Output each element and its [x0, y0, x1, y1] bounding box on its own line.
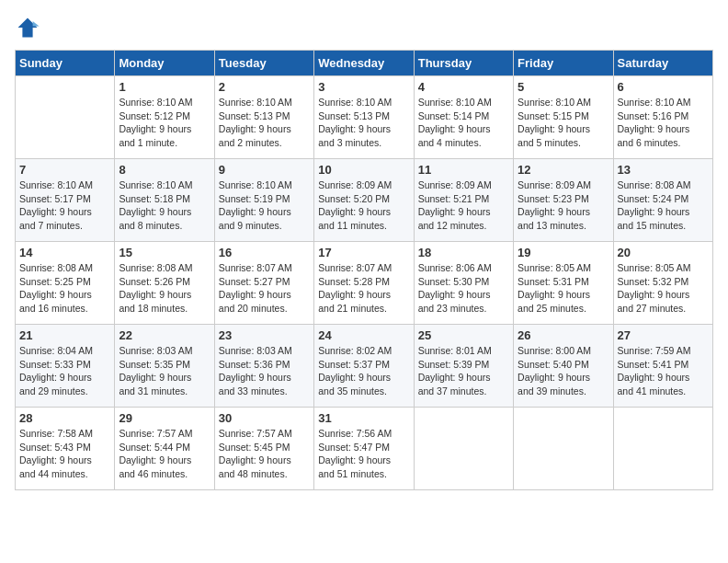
- calendar-table: SundayMondayTuesdayWednesdayThursdayFrid…: [15, 50, 713, 490]
- calendar-cell: 14Sunrise: 8:08 AM Sunset: 5:25 PM Dayli…: [16, 242, 115, 325]
- day-info: Sunrise: 7:57 AM Sunset: 5:44 PM Dayligh…: [119, 427, 210, 481]
- logo-icon: [15, 15, 40, 40]
- day-info: Sunrise: 8:00 AM Sunset: 5:40 PM Dayligh…: [518, 344, 609, 398]
- day-info: Sunrise: 8:03 AM Sunset: 5:35 PM Dayligh…: [119, 344, 210, 398]
- day-info: Sunrise: 8:08 AM Sunset: 5:26 PM Dayligh…: [119, 261, 210, 316]
- calendar-cell: 1Sunrise: 8:10 AM Sunset: 5:12 PM Daylig…: [115, 76, 214, 159]
- day-info: Sunrise: 8:07 AM Sunset: 5:27 PM Dayligh…: [219, 261, 310, 316]
- calendar-cell: 18Sunrise: 8:06 AM Sunset: 5:30 PM Dayli…: [414, 242, 513, 325]
- calendar-cell: [514, 408, 613, 490]
- day-number: 16: [219, 246, 310, 259]
- calendar-cell: 17Sunrise: 8:07 AM Sunset: 5:28 PM Dayli…: [314, 242, 414, 325]
- day-number: 8: [119, 163, 210, 177]
- calendar-body: 1Sunrise: 8:10 AM Sunset: 5:12 PM Daylig…: [16, 76, 713, 490]
- day-info: Sunrise: 8:09 AM Sunset: 5:23 PM Dayligh…: [518, 178, 609, 233]
- calendar-header-wednesday: Wednesday: [314, 51, 414, 76]
- calendar-cell: 4Sunrise: 8:10 AM Sunset: 5:14 PM Daylig…: [414, 76, 513, 159]
- day-number: 11: [418, 163, 509, 177]
- day-number: 10: [318, 163, 409, 177]
- day-number: 14: [19, 246, 110, 259]
- calendar-cell: 9Sunrise: 8:10 AM Sunset: 5:19 PM Daylig…: [214, 159, 313, 242]
- day-number: 31: [318, 411, 409, 425]
- calendar-cell: 30Sunrise: 7:57 AM Sunset: 5:45 PM Dayli…: [214, 408, 313, 490]
- calendar-cell: [414, 408, 513, 490]
- calendar-cell: 7Sunrise: 8:10 AM Sunset: 5:17 PM Daylig…: [16, 159, 115, 242]
- day-info: Sunrise: 8:01 AM Sunset: 5:39 PM Dayligh…: [418, 344, 509, 398]
- day-info: Sunrise: 7:59 AM Sunset: 5:41 PM Dayligh…: [618, 344, 709, 398]
- calendar-cell: 29Sunrise: 7:57 AM Sunset: 5:44 PM Dayli…: [115, 408, 214, 490]
- calendar-header-friday: Friday: [514, 51, 613, 76]
- day-number: 2: [219, 80, 310, 94]
- calendar-cell: [613, 408, 712, 490]
- day-number: 7: [19, 163, 110, 177]
- calendar-cell: [16, 76, 115, 159]
- day-number: 23: [219, 328, 310, 342]
- calendar-cell: 26Sunrise: 8:00 AM Sunset: 5:40 PM Dayli…: [514, 325, 613, 408]
- calendar-header-tuesday: Tuesday: [214, 51, 313, 76]
- day-info: Sunrise: 8:05 AM Sunset: 5:32 PM Dayligh…: [618, 261, 709, 316]
- day-info: Sunrise: 8:10 AM Sunset: 5:19 PM Dayligh…: [219, 178, 310, 233]
- calendar-cell: 25Sunrise: 8:01 AM Sunset: 5:39 PM Dayli…: [414, 325, 513, 408]
- day-number: 30: [219, 411, 310, 425]
- day-number: 22: [119, 328, 210, 342]
- calendar-cell: 12Sunrise: 8:09 AM Sunset: 5:23 PM Dayli…: [514, 159, 613, 242]
- day-info: Sunrise: 8:09 AM Sunset: 5:20 PM Dayligh…: [318, 178, 409, 233]
- day-info: Sunrise: 8:10 AM Sunset: 5:16 PM Dayligh…: [618, 96, 709, 150]
- day-info: Sunrise: 8:10 AM Sunset: 5:12 PM Dayligh…: [119, 96, 210, 150]
- day-number: 18: [418, 246, 509, 259]
- calendar-cell: 24Sunrise: 8:02 AM Sunset: 5:37 PM Dayli…: [314, 325, 414, 408]
- header: [15, 15, 713, 40]
- day-info: Sunrise: 8:04 AM Sunset: 5:33 PM Dayligh…: [19, 344, 110, 398]
- svg-marker-0: [18, 18, 38, 38]
- calendar-cell: 8Sunrise: 8:10 AM Sunset: 5:18 PM Daylig…: [115, 159, 214, 242]
- day-number: 29: [119, 411, 210, 425]
- day-info: Sunrise: 8:10 AM Sunset: 5:15 PM Dayligh…: [518, 96, 609, 150]
- calendar-cell: 20Sunrise: 8:05 AM Sunset: 5:32 PM Dayli…: [613, 242, 712, 325]
- calendar-cell: 13Sunrise: 8:08 AM Sunset: 5:24 PM Dayli…: [613, 159, 712, 242]
- logo: [15, 15, 44, 40]
- calendar-cell: 21Sunrise: 8:04 AM Sunset: 5:33 PM Dayli…: [16, 325, 115, 408]
- day-number: 24: [318, 328, 409, 342]
- day-number: 1: [119, 80, 210, 94]
- day-info: Sunrise: 7:58 AM Sunset: 5:43 PM Dayligh…: [19, 427, 110, 481]
- calendar-cell: 11Sunrise: 8:09 AM Sunset: 5:21 PM Dayli…: [414, 159, 513, 242]
- calendar-header-saturday: Saturday: [613, 51, 712, 76]
- calendar-week-row: 28Sunrise: 7:58 AM Sunset: 5:43 PM Dayli…: [16, 408, 713, 490]
- day-number: 9: [219, 163, 310, 177]
- day-info: Sunrise: 8:06 AM Sunset: 5:30 PM Dayligh…: [418, 261, 509, 316]
- day-number: 20: [618, 246, 709, 259]
- calendar-cell: 15Sunrise: 8:08 AM Sunset: 5:26 PM Dayli…: [115, 242, 214, 325]
- day-info: Sunrise: 8:10 AM Sunset: 5:13 PM Dayligh…: [219, 96, 310, 150]
- calendar-header-thursday: Thursday: [414, 51, 513, 76]
- calendar-cell: 3Sunrise: 8:10 AM Sunset: 5:13 PM Daylig…: [314, 76, 414, 159]
- day-info: Sunrise: 8:10 AM Sunset: 5:14 PM Dayligh…: [418, 96, 509, 150]
- calendar-week-row: 21Sunrise: 8:04 AM Sunset: 5:33 PM Dayli…: [16, 325, 713, 408]
- day-info: Sunrise: 8:03 AM Sunset: 5:36 PM Dayligh…: [219, 344, 310, 398]
- day-number: 21: [19, 328, 110, 342]
- calendar-header-monday: Monday: [115, 51, 214, 76]
- day-info: Sunrise: 7:57 AM Sunset: 5:45 PM Dayligh…: [219, 427, 310, 481]
- calendar-cell: 22Sunrise: 8:03 AM Sunset: 5:35 PM Dayli…: [115, 325, 214, 408]
- calendar-cell: 10Sunrise: 8:09 AM Sunset: 5:20 PM Dayli…: [314, 159, 414, 242]
- calendar-cell: 16Sunrise: 8:07 AM Sunset: 5:27 PM Dayli…: [214, 242, 313, 325]
- calendar-week-row: 1Sunrise: 8:10 AM Sunset: 5:12 PM Daylig…: [16, 76, 713, 159]
- day-info: Sunrise: 8:05 AM Sunset: 5:31 PM Dayligh…: [518, 261, 609, 316]
- day-info: Sunrise: 8:08 AM Sunset: 5:24 PM Dayligh…: [618, 178, 709, 233]
- day-number: 25: [418, 328, 509, 342]
- day-info: Sunrise: 8:10 AM Sunset: 5:17 PM Dayligh…: [19, 178, 110, 233]
- day-number: 15: [119, 246, 210, 259]
- svg-marker-1: [33, 21, 40, 27]
- calendar-header-row: SundayMondayTuesdayWednesdayThursdayFrid…: [16, 51, 713, 76]
- day-info: Sunrise: 8:09 AM Sunset: 5:21 PM Dayligh…: [418, 178, 509, 233]
- day-info: Sunrise: 8:07 AM Sunset: 5:28 PM Dayligh…: [318, 261, 409, 316]
- day-number: 26: [518, 328, 609, 342]
- calendar-cell: 2Sunrise: 8:10 AM Sunset: 5:13 PM Daylig…: [214, 76, 313, 159]
- calendar-cell: 27Sunrise: 7:59 AM Sunset: 5:41 PM Dayli…: [613, 325, 712, 408]
- calendar-cell: 23Sunrise: 8:03 AM Sunset: 5:36 PM Dayli…: [214, 325, 313, 408]
- day-info: Sunrise: 8:08 AM Sunset: 5:25 PM Dayligh…: [19, 261, 110, 316]
- day-info: Sunrise: 8:10 AM Sunset: 5:13 PM Dayligh…: [318, 96, 409, 150]
- calendar-week-row: 14Sunrise: 8:08 AM Sunset: 5:25 PM Dayli…: [16, 242, 713, 325]
- calendar-cell: 28Sunrise: 7:58 AM Sunset: 5:43 PM Dayli…: [16, 408, 115, 490]
- calendar-week-row: 7Sunrise: 8:10 AM Sunset: 5:17 PM Daylig…: [16, 159, 713, 242]
- day-number: 27: [618, 328, 709, 342]
